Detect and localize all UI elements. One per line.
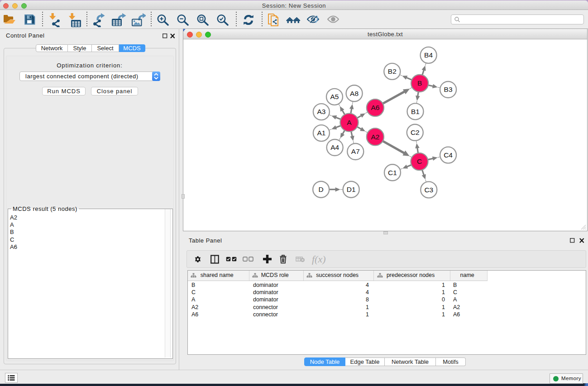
svg-text:C3: C3 [424,186,433,194]
svg-text:A1: A1 [317,129,325,137]
svg-text:C: C [417,157,422,165]
svg-text:C4: C4 [444,151,453,159]
svg-text:A6: A6 [371,104,379,111]
svg-text:C1: C1 [388,169,397,176]
svg-text:B1: B1 [411,108,420,115]
svg-text:B: B [417,79,422,87]
svg-text:C2: C2 [411,129,420,136]
svg-text:A4: A4 [330,143,339,151]
svg-text:B4: B4 [424,51,433,59]
svg-text:D1: D1 [347,186,356,193]
svg-text:B2: B2 [388,67,397,75]
svg-text:A8: A8 [350,90,359,97]
svg-text:B3: B3 [444,86,453,93]
svg-text:A7: A7 [351,148,360,155]
svg-text:A2: A2 [371,133,379,141]
svg-text:A: A [347,119,352,126]
svg-text:A5: A5 [330,93,339,100]
svg-text:A3: A3 [317,108,325,115]
svg-text:D: D [319,186,324,193]
